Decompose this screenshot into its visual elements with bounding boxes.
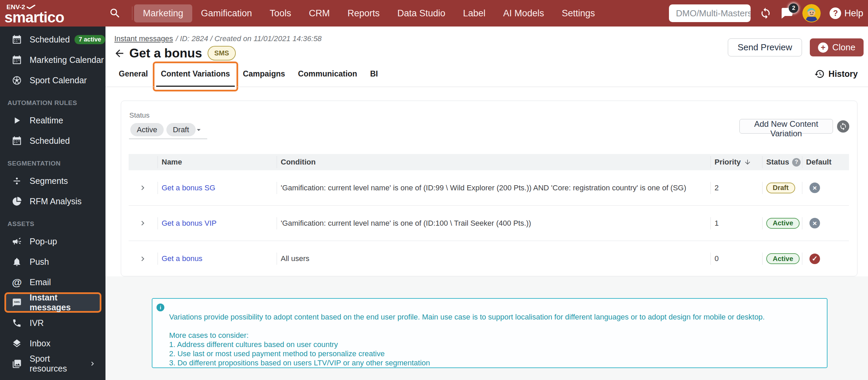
- status-chip-draft[interactable]: Draft: [166, 123, 196, 136]
- status-badge: Draft: [766, 183, 795, 193]
- table-row: Get a bonus VIP 'Gamification: current l…: [129, 206, 849, 241]
- tab-bar: General Content Variations Campaigns Com…: [119, 67, 378, 80]
- status-badge: Active: [766, 253, 800, 264]
- sidebar-item-scheduled-campaigns[interactable]: Scheduled 7 active: [0, 29, 105, 50]
- logo-bird-icon: [27, 4, 35, 11]
- nav-item-settings[interactable]: Settings: [553, 4, 604, 22]
- dropdown-arrow-icon[interactable]: [194, 125, 203, 134]
- nav-item-gamification[interactable]: Gamification: [192, 4, 261, 22]
- variations-info-box: i Variations provide possibility to adop…: [152, 298, 828, 368]
- nav-item-tools[interactable]: Tools: [261, 4, 300, 22]
- refresh-button[interactable]: [837, 120, 849, 133]
- back-arrow-icon[interactable]: [114, 48, 125, 59]
- info-case-3: 3. Do different propositions based on us…: [169, 358, 813, 367]
- sidebar-item-ivr[interactable]: IVR: [0, 313, 105, 333]
- tab-communication[interactable]: Communication: [298, 67, 357, 80]
- header-condition: Condition: [277, 154, 710, 170]
- sidebar-item-email[interactable]: @ Email: [0, 272, 105, 292]
- history-button[interactable]: History: [814, 69, 858, 79]
- nav-item-data-studio[interactable]: Data Studio: [389, 4, 454, 22]
- not-default-icon[interactable]: ×: [809, 183, 820, 193]
- sidebar: Scheduled 7 active Marketing Calendar Sp…: [0, 27, 105, 380]
- main-content: Instant messages/ ID: 2824 / Created on …: [105, 27, 868, 380]
- calendar-icon: [12, 35, 22, 45]
- play-icon: [12, 116, 22, 125]
- status-help-icon[interactable]: ?: [792, 158, 801, 167]
- bell-icon: [12, 257, 22, 267]
- header-name: Name: [158, 154, 277, 170]
- header-priority[interactable]: Priority: [710, 154, 762, 170]
- send-preview-button[interactable]: Send Preview: [728, 38, 802, 56]
- tab-campaigns[interactable]: Campaigns: [243, 67, 285, 80]
- sidebar-item-segments[interactable]: Segments: [0, 171, 105, 191]
- page-title: Get a bonus: [129, 46, 202, 61]
- tab-general[interactable]: General: [119, 67, 148, 80]
- expand-row-icon[interactable]: [138, 254, 147, 263]
- title-row: Get a bonus SMS: [114, 46, 236, 61]
- expand-row-icon[interactable]: [138, 183, 147, 192]
- variation-priority: 1: [710, 206, 762, 241]
- breadcrumb-meta: / ID: 2824 / Created on 11/01/2021 14:36…: [176, 34, 322, 43]
- main-nav: Marketing Gamification Tools CRM Reports…: [134, 0, 604, 27]
- sidebar-item-marketing-calendar[interactable]: Marketing Calendar: [0, 50, 105, 70]
- sidebar-item-pop-up[interactable]: Pop-up: [0, 231, 105, 252]
- svg-text:SMS: SMS: [14, 300, 20, 303]
- header-divider: [132, 6, 132, 20]
- sidebar-item-sport-resources[interactable]: Sport resources: [0, 353, 105, 374]
- sidebar-section-assets: ASSETS: [0, 211, 105, 231]
- filter-underline: [129, 139, 207, 139]
- clone-button[interactable]: + Clone: [810, 38, 864, 56]
- sidebar-item-realtime[interactable]: Realtime: [0, 110, 105, 131]
- calendar-icon: [12, 55, 22, 65]
- sidebar-item-instant-messages[interactable]: SMS Instant messages: [4, 292, 101, 313]
- sidebar-item-sport-calendar[interactable]: Sport Calendar: [0, 70, 105, 90]
- status-filter-label: Status: [129, 111, 150, 119]
- table-row: Get a bonus SG 'Gamification: current le…: [129, 170, 849, 206]
- photo-library-icon: [12, 359, 22, 369]
- variation-name-link[interactable]: Get a bonus: [162, 254, 202, 263]
- smartico-logo[interactable]: ENV-2 smartico: [0, 0, 105, 27]
- user-avatar[interactable]: [802, 4, 821, 22]
- notification-count-badge: 2: [789, 3, 798, 13]
- header-status: Status ?: [762, 154, 802, 170]
- search-icon[interactable]: [109, 7, 121, 19]
- nav-item-marketing[interactable]: Marketing: [134, 4, 192, 22]
- top-actions: Send Preview + Clone: [728, 38, 864, 56]
- variation-name-link[interactable]: Get a bonus SG: [162, 184, 215, 192]
- header-expand-column: [129, 154, 158, 170]
- table-row: Get a bonus All users 0 Active ✓: [129, 241, 849, 276]
- default-check-icon[interactable]: ✓: [809, 254, 820, 264]
- breadcrumb-link-instant-messages[interactable]: Instant messages: [114, 34, 173, 43]
- header-default: Default: [802, 154, 849, 170]
- workspace-select[interactable]: DMO/Multi-Masters: [669, 4, 751, 22]
- table-header-row: Name Condition Priority Status ? Default: [129, 154, 849, 170]
- header-right-cluster: DMO/Multi-Masters 2 ? Help: [669, 0, 863, 27]
- plus-icon: +: [818, 42, 828, 53]
- megaphone-icon: [12, 237, 22, 246]
- status-chip-active[interactable]: Active: [130, 123, 164, 136]
- nav-item-crm[interactable]: CRM: [300, 4, 339, 22]
- phone-icon: [12, 318, 22, 328]
- sort-descending-icon: [744, 158, 751, 166]
- sync-icon[interactable]: [759, 7, 772, 19]
- help-button[interactable]: ? Help: [830, 7, 863, 19]
- soccer-ball-icon: [12, 75, 22, 85]
- variation-priority: 2: [710, 170, 762, 205]
- info-case-2: 2. Use last or most used payment method …: [169, 349, 813, 358]
- not-default-icon[interactable]: ×: [809, 218, 820, 228]
- expand-row-icon[interactable]: [138, 219, 147, 228]
- nav-item-ai-models[interactable]: AI Models: [494, 4, 553, 22]
- nav-item-reports[interactable]: Reports: [339, 4, 389, 22]
- tab-bi[interactable]: BI: [370, 67, 378, 80]
- variation-name-link[interactable]: Get a bonus VIP: [162, 219, 216, 228]
- tab-content-variations[interactable]: Content Variations: [161, 67, 230, 80]
- sidebar-item-scheduled-rules[interactable]: Scheduled: [0, 131, 105, 151]
- sidebar-item-rfm-analysis[interactable]: RFM Analysis: [0, 191, 105, 211]
- sidebar-item-inbox[interactable]: Inbox: [0, 333, 105, 353]
- sidebar-section-segmentation: SEGMENTATION: [0, 151, 105, 171]
- sidebar-item-push[interactable]: Push: [0, 252, 105, 272]
- nav-item-label[interactable]: Label: [454, 4, 494, 22]
- add-content-variation-button[interactable]: Add New Content Variation: [739, 119, 833, 134]
- notifications-button[interactable]: 2: [781, 7, 793, 20]
- sms-bubble-icon: SMS: [12, 298, 22, 308]
